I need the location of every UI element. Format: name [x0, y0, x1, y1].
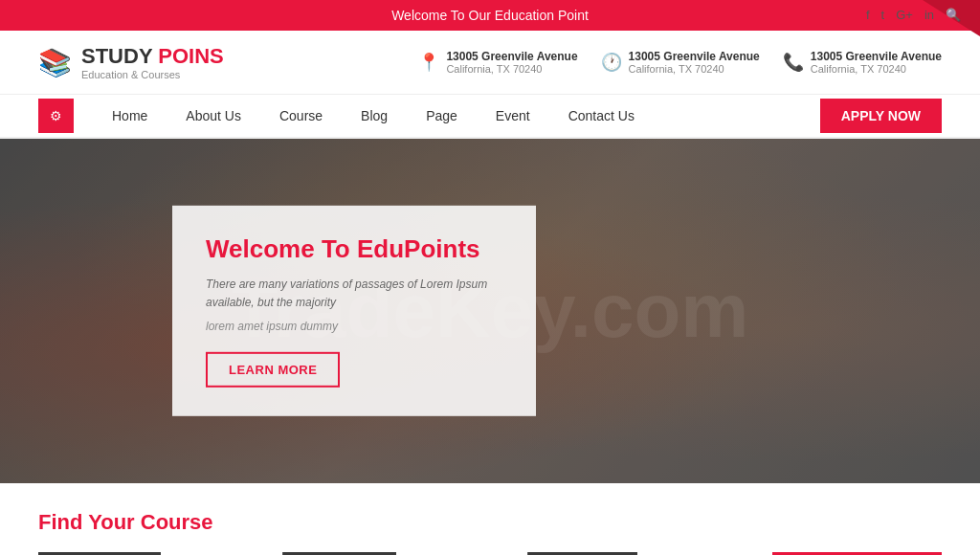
hero-title-main: Welcome To	[206, 234, 350, 263]
contact-hours-text: 13005 Greenvile Avenue California, TX 70…	[629, 50, 760, 75]
hero-title-highlight: EduPoints	[357, 234, 480, 263]
nav-link-event[interactable]: Event	[477, 95, 549, 137]
contact-address: 📍 13005 Greenvile Avenue California, TX …	[418, 50, 577, 75]
phone-icon: 📞	[783, 52, 804, 73]
contact-phone-line2: California, TX 70240	[811, 63, 942, 75]
logo-tagline: Education & Courses	[81, 69, 224, 80]
nav-link-page[interactable]: Page	[407, 95, 477, 137]
contact-phone: 📞 13005 Greenvile Avenue California, TX …	[783, 50, 942, 75]
learn-more-button[interactable]: LEARN MORE	[206, 352, 340, 388]
contact-phone-text: 13005 Greenvile Avenue California, TX 70…	[811, 50, 942, 75]
nav-item-blog[interactable]: Blog	[342, 95, 407, 137]
nav-links: Home About Us Course Blog Page Event Con…	[93, 95, 654, 137]
contact-address-line1: 13005 Greenvile Avenue	[446, 50, 577, 63]
nav-link-contact[interactable]: Contact Us	[549, 95, 654, 137]
find-course-title-main: Find	[38, 510, 82, 534]
facebook-icon[interactable]: f	[866, 8, 870, 22]
logo-name: STUDY POINS	[81, 44, 224, 69]
google-plus-icon[interactable]: G+	[896, 8, 913, 22]
twitter-icon[interactable]: t	[881, 8, 885, 22]
contact-hours-line2: California, TX 70240	[629, 63, 760, 75]
nav-item-home[interactable]: Home	[93, 95, 167, 137]
contact-hours-line1: 13005 Greenvile Avenue	[629, 50, 760, 63]
hero-content-box: Welcome To EduPoints There are many vari…	[172, 206, 536, 416]
logo: 📚 STUDY POINS Education & Courses	[38, 44, 224, 80]
hero-description: There are many variations of passages of…	[206, 276, 502, 312]
nav-link-home[interactable]: Home	[93, 95, 167, 137]
nav-item-course[interactable]: Course	[260, 95, 342, 137]
nav-item-contact[interactable]: Contact Us	[549, 95, 654, 137]
banner-text: Welcome To Our Education Point	[391, 8, 589, 23]
header-contacts: 📍 13005 Greenvile Avenue California, TX …	[418, 50, 942, 75]
social-icons: f t G+ in 🔍	[866, 8, 961, 22]
find-course-title-highlight: Your Course	[88, 510, 212, 534]
find-course-title: Find Your Course	[38, 510, 942, 535]
logo-text: STUDY POINS Education & Courses	[81, 44, 224, 80]
nav-link-blog[interactable]: Blog	[342, 95, 407, 137]
contact-address-text: 13005 Greenvile Avenue California, TX 70…	[446, 50, 577, 75]
hero-description-sub: lorem amet ipsum dummy	[206, 320, 502, 333]
settings-button[interactable]: ⚙	[38, 99, 74, 133]
navbar: ⚙ Home About Us Course Blog Page Event C…	[0, 95, 980, 139]
hero-title: Welcome To EduPoints	[206, 234, 502, 264]
header: 📚 STUDY POINS Education & Courses 📍 1300…	[0, 31, 980, 95]
location-icon: 📍	[418, 52, 439, 73]
linkedin-icon[interactable]: in	[924, 8, 934, 22]
contact-hours: 🕐 13005 Greenvile Avenue California, TX …	[601, 50, 760, 75]
search-icon[interactable]: 🔍	[946, 8, 961, 22]
contact-address-line2: California, TX 70240	[446, 63, 577, 75]
contact-phone-line1: 13005 Greenvile Avenue	[811, 50, 942, 63]
nav-item-event[interactable]: Event	[477, 95, 549, 137]
nav-link-course[interactable]: Course	[260, 95, 342, 137]
find-course-section: Find Your Course All Categories Arts Sci…	[0, 483, 980, 555]
nav-item-page[interactable]: Page	[407, 95, 477, 137]
clock-icon: 🕐	[601, 52, 622, 73]
nav-link-about[interactable]: About Us	[167, 95, 260, 137]
apply-now-button[interactable]: Apply Now	[820, 99, 942, 133]
hero-section: TradeKey.com Welcome To EduPoints There …	[0, 139, 980, 483]
top-banner: Welcome To Our Education Point f t G+ in…	[0, 0, 980, 31]
logo-icon: 📚	[38, 47, 72, 78]
nav-item-about[interactable]: About Us	[167, 95, 260, 137]
